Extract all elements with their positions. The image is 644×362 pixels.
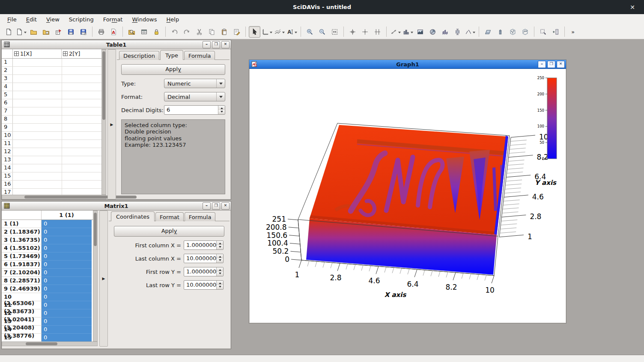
matrix-cell[interactable]: 0 — [42, 277, 92, 285]
format-dropdown[interactable]: Decimal — [164, 92, 225, 101]
spinner-up-button[interactable] — [217, 254, 223, 258]
save-project-button[interactable] — [65, 26, 77, 38]
menu-item[interactable]: File — [3, 15, 21, 24]
coordinate-spinner[interactable]: 1.00000000 — [184, 267, 224, 276]
edit-function-button[interactable] — [231, 26, 242, 38]
matrix1-horizontal-scrollbar[interactable] — [2, 341, 98, 346]
new-aspect-button[interactable] — [15, 26, 27, 38]
undo-button[interactable] — [169, 26, 180, 38]
matrix-row[interactable]: 2 (1.18367) 0 — [2, 228, 93, 236]
matrix-cell[interactable]: 0 — [42, 269, 92, 277]
cut-selection-button[interactable] — [194, 26, 205, 38]
table1-vertical-scrollbar[interactable] — [101, 49, 106, 195]
matrix-row[interactable]: 1 (1) 0 — [2, 220, 93, 228]
table-row[interactable]: 10 — [2, 132, 101, 140]
table-row[interactable]: 3 — [2, 75, 101, 83]
decimal-digits-spinner[interactable]: 6 — [164, 105, 225, 115]
copy-selection-button[interactable] — [206, 26, 218, 38]
tab-format[interactable]: Format — [155, 212, 184, 221]
matrix-cell[interactable]: 0 — [42, 228, 92, 236]
table-row[interactable]: 8 — [2, 116, 101, 124]
menu-item[interactable]: Edit — [21, 15, 42, 24]
table-row[interactable]: 15 — [2, 172, 101, 181]
matrix-cell[interactable]: 0 — [42, 326, 92, 334]
select-data-range-button[interactable] — [372, 26, 383, 38]
table-row[interactable]: 13 — [2, 156, 101, 164]
rescale-axes-button[interactable] — [329, 26, 340, 38]
draw-line-button[interactable] — [390, 26, 401, 38]
matrix-row[interactable]: 15 (3.57143) 0 — [2, 334, 93, 341]
matrix-row[interactable]: 13 (3.20408) 0 — [2, 317, 93, 326]
menu-item[interactable]: Help — [162, 15, 184, 24]
dropdown-arrow-icon[interactable] — [282, 32, 285, 35]
3d-surface-plot[interactable]: 050.2100.4150.6200.8251 12.84.66.48.210 … — [250, 69, 566, 323]
plot-vectors-button[interactable] — [464, 26, 476, 38]
coordinate-spinner[interactable]: 10.0000000 — [184, 254, 224, 263]
table-row[interactable]: 14 — [2, 164, 101, 172]
matrix1-window[interactable]: Matrix1 – ❒ ✕ 1 (1) 1 (1) 0 2 (1.18367) … — [1, 201, 231, 349]
table-row[interactable]: 6 — [2, 99, 101, 107]
table-cell[interactable] — [62, 124, 101, 131]
table-cell[interactable] — [13, 75, 62, 83]
dropdown-arrow-icon[interactable] — [411, 32, 413, 35]
matrix-row[interactable]: 7 (2.10204) 0 — [2, 269, 93, 277]
dropdown-arrow-icon[interactable] — [398, 32, 401, 35]
matrix-row[interactable]: 5 (1.73469) 0 — [2, 252, 93, 261]
table-row[interactable]: 1 — [2, 59, 101, 67]
matrix-cell[interactable]: 0 — [42, 285, 92, 293]
table1-col-header-2[interactable]: 2[Y] — [62, 49, 101, 58]
scrollbar-thumb[interactable] — [102, 51, 105, 120]
type-dropdown[interactable]: Numeric — [164, 79, 225, 88]
plot-3d-surface-button[interactable] — [482, 26, 494, 38]
matrix-row[interactable]: 14 (3.38776) 0 — [2, 326, 93, 334]
table-cell[interactable] — [62, 132, 101, 139]
matrix-row[interactable]: 9 (2.46939) 0 — [2, 285, 93, 293]
table-cell[interactable] — [13, 59, 62, 66]
table-cell[interactable] — [62, 189, 101, 195]
spinner-up-button[interactable] — [217, 267, 223, 272]
table-cell[interactable] — [13, 116, 62, 123]
table-cell[interactable] — [62, 181, 101, 188]
export-pdf-button[interactable] — [108, 26, 119, 38]
table-cell[interactable] — [13, 91, 62, 99]
matrix1-vertical-scrollbar[interactable] — [93, 211, 98, 341]
plot-3d-scatter-button[interactable] — [507, 26, 519, 38]
matrix-row[interactable]: 4 (1.55102) 0 — [2, 244, 93, 252]
table-cell[interactable] — [13, 99, 62, 107]
matrix1-close-button[interactable]: ✕ — [221, 202, 230, 210]
table-row[interactable]: 12 — [2, 148, 101, 156]
table-row[interactable]: 4 — [2, 83, 101, 91]
plot-bars-button[interactable] — [402, 26, 414, 38]
tab-description[interactable]: Description — [119, 51, 159, 60]
table-row[interactable]: 2 — [2, 67, 101, 75]
table1-grid[interactable]: 1[X] 2[Y] 1 2 — [2, 49, 101, 195]
matrix-cell[interactable]: 0 — [42, 220, 92, 228]
import-ascii-button[interactable] — [53, 26, 64, 38]
matrix-cell[interactable]: 0 — [42, 301, 92, 309]
dropdown-arrow-icon[interactable] — [295, 32, 297, 35]
matrix-cell[interactable]: 0 — [42, 334, 92, 341]
table1-panel-collapse-button[interactable]: ▶ — [107, 49, 116, 199]
table-cell[interactable] — [13, 181, 62, 188]
project-explorer-button[interactable] — [126, 26, 137, 38]
add-layer-button[interactable] — [274, 26, 285, 38]
table-cell[interactable] — [62, 140, 101, 148]
tab-formula[interactable]: Formula — [185, 212, 216, 221]
redo-button[interactable] — [181, 26, 193, 38]
table-cell[interactable] — [13, 140, 62, 148]
matrix-cell[interactable]: 0 — [42, 236, 92, 244]
matrix-row[interactable]: 11 (2.83673) 0 — [2, 301, 93, 309]
scrollbar-thumb[interactable] — [26, 342, 57, 345]
plot-pie-button[interactable] — [427, 26, 438, 38]
dropdown-arrow-icon[interactable] — [24, 32, 27, 35]
matrix-cell[interactable]: 0 — [42, 261, 92, 269]
add-axis-button[interactable] — [261, 26, 273, 38]
matrix1-panel-collapse-button[interactable]: ▶ — [99, 211, 108, 347]
graph1-canvas[interactable]: 050.2100.4150.6200.8251 12.84.66.48.210 … — [250, 69, 566, 323]
select-move-data-button[interactable] — [537, 26, 549, 38]
table-cell[interactable] — [62, 83, 101, 91]
matrix-row[interactable]: 6 (1.91837) 0 — [2, 261, 93, 269]
table-row[interactable]: 17 — [2, 189, 101, 195]
results-log-button[interactable] — [138, 26, 150, 38]
matrix-row[interactable]: 8 (2.28571) 0 — [2, 277, 93, 285]
